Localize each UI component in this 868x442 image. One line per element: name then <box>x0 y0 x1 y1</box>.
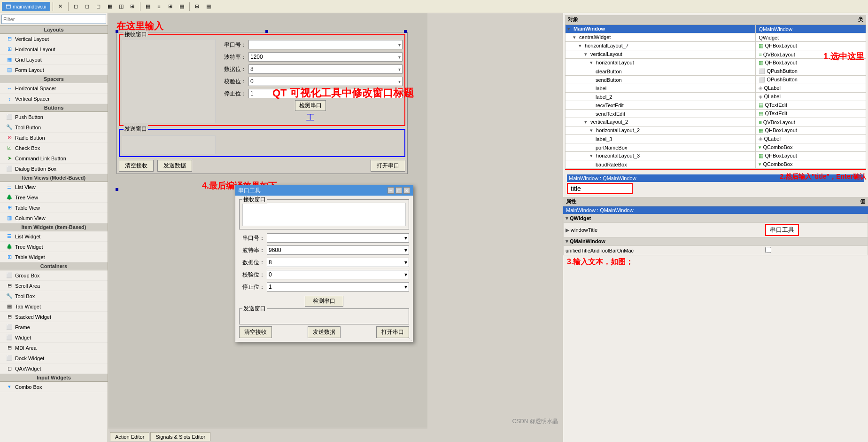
tab-signals-slots[interactable]: Signals & Slots Editor <box>150 432 210 441</box>
dialog-baud-combo[interactable]: 9600▾ <box>267 245 409 255</box>
table-row[interactable]: sendButton ⬜ QPushButton <box>566 76 866 84</box>
baud-combo[interactable]: 1200▾ <box>248 52 403 62</box>
open-port-btn[interactable]: 打开串口 <box>371 160 405 172</box>
check-combo[interactable]: 0▾ <box>248 77 403 86</box>
sidebar-item-list-view[interactable]: ☰ List View <box>0 182 108 192</box>
sidebar-item-push-button[interactable]: ⬜ Push Button <box>0 112 108 122</box>
table-row[interactable]: ▾ horizontalLayout ▦ QHBoxLayout <box>566 59 866 67</box>
sidebar-item-table-widget[interactable]: ⊞ Table Widget <box>0 252 108 262</box>
filter-area[interactable] <box>0 13 108 26</box>
sidebar-item-tool-button[interactable]: 🔧 Tool Button <box>0 122 108 133</box>
prop-section-label: ▾ QWidget <box>564 214 868 223</box>
table-row[interactable]: label_2 ◈ QLabel <box>566 93 866 101</box>
sidebar-item-horizontal-spacer[interactable]: ↔ Horizontal Spacer <box>0 83 108 94</box>
send-textarea[interactable] <box>122 135 216 154</box>
table-row[interactable]: clearButton ⬜ QPushButton <box>566 67 866 76</box>
data-combo[interactable]: 8▾ <box>248 64 403 74</box>
table-row[interactable]: label ◈ QLabel <box>566 84 866 93</box>
dialog-port-combo[interactable]: ▾ <box>267 233 409 243</box>
sidebar-item-qaxwidget[interactable]: ◻ QAxWidget <box>0 363 108 374</box>
prop-row-window-title[interactable]: ▶ windowTitle 串口工具 <box>564 223 868 237</box>
sidebar-item-command-link[interactable]: ➤ Command Link Button <box>0 153 108 164</box>
toolbar-btn-8[interactable]: ≡ <box>154 2 164 11</box>
port-row: 串口号： ▾ <box>218 39 403 50</box>
dialog-restore-btn[interactable]: □ <box>395 187 402 194</box>
dialog-recv-area[interactable] <box>242 203 406 226</box>
sidebar-item-horizontal-layout[interactable]: ⊞ Horizontal Layout <box>0 44 108 55</box>
sidebar-item-frame[interactable]: ⬜ Frame <box>0 322 108 332</box>
sidebar-item-dialog-button-box[interactable]: ⬜ Dialog Button Box <box>0 164 108 174</box>
dialog-send-btn[interactable]: 发送数据 <box>308 326 341 338</box>
table-row[interactable]: ▾ horizontalLayout_2 ▦ QHBoxLayout <box>566 126 866 135</box>
sidebar-item-combo-box[interactable]: ▾ Combo Box <box>0 382 108 392</box>
dialog-detect-btn[interactable]: 检测串口 <box>305 296 343 307</box>
clear-btn[interactable]: 清空接收 <box>119 160 154 172</box>
dialog-open-btn[interactable]: 打开串口 <box>376 326 409 338</box>
prop-row-unified-title[interactable]: unifiedTitleAndToolBarOnMac <box>564 246 868 255</box>
dialog-send-area[interactable] <box>242 312 406 321</box>
prop-value[interactable] <box>763 246 868 255</box>
table-row[interactable]: label_3 ◈ QLabel <box>566 135 866 143</box>
sidebar-item-dock-widget[interactable]: ⬜ Dock Widget <box>0 353 108 363</box>
sidebar-item-tree-view[interactable]: 🌲 Tree View <box>0 192 108 203</box>
recv-textarea[interactable] <box>122 39 216 123</box>
detect-btn[interactable]: 检测串口 <box>295 100 326 111</box>
sidebar-item-check-box[interactable]: ☑ Check Box <box>0 143 108 153</box>
toolbar-btn-7[interactable]: ▤ <box>143 2 153 11</box>
toolbar-btn-4[interactable]: ▦ <box>105 2 115 11</box>
table-row[interactable]: ▾ centralWidget QWidget <box>566 33 866 42</box>
toolbar-btn-5[interactable]: ◫ <box>116 2 126 11</box>
toolbar-btn-3[interactable]: ◻ <box>93 2 104 11</box>
port-combo[interactable]: ▾ <box>248 40 403 49</box>
toolbar-btn-9[interactable]: ⊞ <box>165 2 176 11</box>
toolbar-btn-2[interactable]: ◻ <box>82 2 93 11</box>
table-row[interactable]: ▾ MainWindow QMainWindow <box>566 25 866 33</box>
designer-form[interactable]: 接收窗口 串口号： ▾ 波特率： 1200▾ 数据位： 8 <box>116 32 408 174</box>
send-data-btn[interactable]: 发送数据 <box>157 160 192 172</box>
table-row[interactable]: ▾ horizontalLayout_7 ▦ QHBoxLayout <box>566 42 866 50</box>
sidebar-item-list-widget[interactable]: ☰ List Widget <box>0 231 108 242</box>
table-row[interactable]: baudRateBox ▾ QComboBox <box>566 160 866 169</box>
window-title-value[interactable]: 串口工具 <box>765 224 799 236</box>
sidebar-item-vertical-spacer[interactable]: ↕ Vertical Spacer <box>0 94 108 104</box>
sidebar-item-grid-layout[interactable]: ▦ Grid Layout <box>0 55 108 65</box>
sidebar-item-table-view[interactable]: ⊞ Table View <box>0 203 108 213</box>
table-row[interactable]: sendTextEdit ▤ QTextEdit <box>566 110 866 118</box>
table-row[interactable]: ▾ verticalLayout ≡ QVBoxLayout <box>566 50 866 59</box>
title-input-field[interactable] <box>567 183 633 194</box>
sidebar-item-mdi-area[interactable]: ⊟ MDI Area <box>0 343 108 353</box>
dialog-data-combo[interactable]: 8▾ <box>267 258 409 267</box>
dialog-clear-btn[interactable]: 清空接收 <box>239 326 272 338</box>
sidebar-item-column-view[interactable]: ▥ Column View <box>0 213 108 223</box>
dialog-check-combo[interactable]: 0▾ <box>267 270 409 279</box>
toolbar-btn-1[interactable]: ◻ <box>71 2 81 11</box>
filter-input[interactable] <box>1 15 106 24</box>
sidebar-item-form-layout[interactable]: ▤ Form Layout <box>0 65 108 75</box>
unified-title-checkbox[interactable] <box>765 247 771 253</box>
sidebar-item-scroll-area[interactable]: ⊟ Scroll Area <box>0 281 108 291</box>
tab-action-editor[interactable]: Action Editor <box>110 432 149 441</box>
dialog-minimize-btn[interactable]: − <box>388 187 394 194</box>
dialog-close-btn[interactable]: ✕ <box>403 187 410 194</box>
sidebar-item-vertical-layout[interactable]: ⊟ Vertical Layout <box>0 34 108 44</box>
table-row[interactable]: recvTextEdit ▤ QTextEdit <box>566 101 866 110</box>
dialog-resize-handle[interactable]: ⋱ <box>407 336 412 341</box>
dialog-stop-combo[interactable]: 1▾ <box>267 282 409 292</box>
table-row[interactable]: ▾ horizontalLayout_3 ▦ QHBoxLayout <box>566 152 866 160</box>
close-btn[interactable]: ✕ <box>55 2 66 11</box>
sidebar-item-tab-widget[interactable]: ▤ Tab Widget <box>0 301 108 312</box>
sidebar-item-stacked-widget[interactable]: ⊟ Stacked Widget <box>0 312 108 322</box>
prop-value[interactable]: 串口工具 <box>763 223 868 237</box>
scroll-area-icon: ⊟ <box>6 282 13 290</box>
sidebar-item-tool-box[interactable]: 🔧 Tool Box <box>0 291 108 301</box>
toolbar-btn-6[interactable]: ⊞ <box>127 2 138 11</box>
toolbar-btn-10[interactable]: ▤ <box>177 2 187 11</box>
toolbar-btn-11[interactable]: ⊟ <box>192 2 202 11</box>
table-row[interactable]: portNameBox ▾ QComboBox <box>566 143 866 152</box>
sidebar-item-radio-button[interactable]: ⊙ Radio Button <box>0 133 108 143</box>
table-row[interactable]: ▾ verticalLayout_2 ≡ QVBoxLayout <box>566 118 866 126</box>
sidebar-item-tree-widget[interactable]: 🌲 Tree Widget <box>0 242 108 252</box>
toolbar-btn-12[interactable]: ▤ <box>203 2 214 11</box>
sidebar-item-widget[interactable]: ⬜ Widget <box>0 332 108 343</box>
sidebar-item-group-box[interactable]: ⬜ Group Box <box>0 270 108 281</box>
